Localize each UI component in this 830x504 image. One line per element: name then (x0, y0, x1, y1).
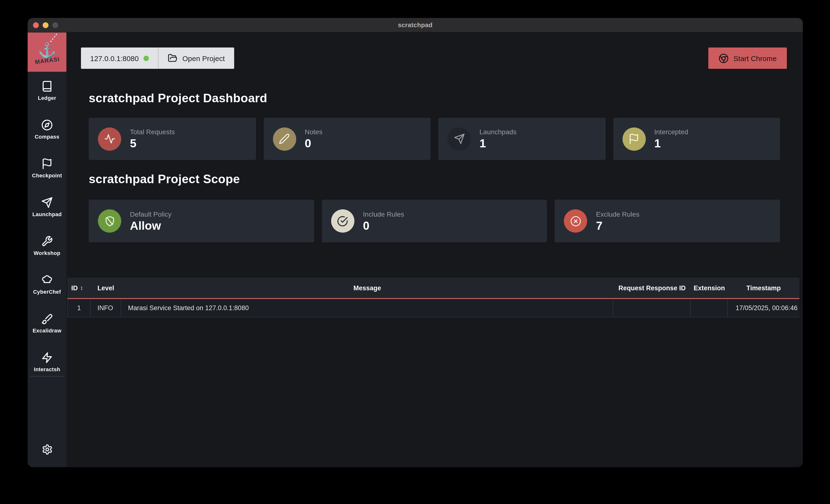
scope-label: Include Rules (363, 210, 404, 218)
stat-value: 5 (130, 137, 175, 150)
column-header-label: Message (353, 284, 381, 292)
stat-label: Notes (305, 128, 322, 136)
gear-icon (41, 444, 53, 455)
sidebar-item-label: Workshop (34, 250, 60, 256)
scope-icon-circle (98, 209, 121, 233)
sidebar-item-label: Interactsh (34, 366, 60, 372)
stat-value: 1 (479, 137, 517, 150)
flag-icon (628, 133, 639, 144)
paintbrush-icon (41, 313, 53, 325)
start-chrome-button[interactable]: Start Chrome (708, 47, 787, 69)
scope-value: 0 (363, 219, 404, 232)
chrome-icon (719, 53, 729, 63)
stat-value: 1 (654, 137, 688, 150)
shield-off-icon (104, 215, 115, 227)
sidebar-item-label: Excalidraw (33, 328, 62, 333)
cell-id: 1 (67, 299, 91, 317)
sidebar: ⚓ MARASI Ledger Compass (28, 32, 66, 467)
sidebar-item-excalidraw[interactable]: Excalidraw (28, 313, 66, 352)
app-window: scratchpad ⚓ MARASI Ledger (28, 18, 803, 467)
zoom-button (52, 22, 58, 28)
column-header-message[interactable]: Message (121, 278, 613, 298)
main-content: 127.0.0.1:8080 Open Project (66, 32, 803, 467)
check-circle-icon (337, 215, 348, 227)
log-table-header: ID ↕ Level Message Request Response ID (67, 278, 799, 299)
stat-icon-circle (447, 127, 471, 150)
scope-card-default-policy: Default Policy Allow (89, 200, 314, 242)
log-table: ID ↕ Level Message Request Response ID (67, 278, 799, 317)
sidebar-item-checkpoint[interactable]: Checkpoint (28, 158, 66, 197)
scope-value: 7 (596, 219, 639, 232)
sidebar-item-cyberchef[interactable]: CyberChef (28, 274, 66, 313)
log-table-row[interactable]: 1 INFO Marasi Service Started on 127.0.0… (67, 299, 799, 317)
column-header-label: Extension (694, 284, 725, 292)
x-circle-icon (570, 215, 581, 227)
stat-card-launchpads: Launchpads 1 (438, 118, 605, 160)
proxy-status-dot (143, 56, 149, 61)
cell-extension (691, 299, 728, 317)
send-icon (41, 197, 53, 208)
stat-card-notes: Notes 0 (263, 118, 430, 160)
open-project-label: Open Project (182, 54, 225, 62)
column-header-label: Level (97, 284, 114, 292)
sidebar-item-label: Compass (35, 134, 59, 140)
settings-button[interactable] (28, 444, 66, 455)
sidebar-item-ledger[interactable]: Ledger (28, 80, 66, 119)
column-header-label: Request Response ID (618, 284, 686, 292)
sidebar-item-workshop[interactable]: Workshop (28, 236, 66, 274)
dashboard-cards: Total Requests 5 Notes 0 (89, 118, 780, 160)
sidebar-divider (30, 376, 64, 376)
scope-label: Default Policy (130, 210, 171, 218)
scope-card-exclude-rules: Exclude Rules 7 (555, 200, 780, 242)
scope-value: Allow (130, 219, 171, 232)
screen: scratchpad ⚓ MARASI Ledger (0, 0, 830, 504)
cell-level: INFO (91, 299, 121, 317)
cell-timestamp: 17/05/2025, 00:06:46 (728, 299, 799, 317)
stat-value: 0 (305, 137, 322, 150)
flag-icon (41, 158, 53, 170)
open-project-button[interactable]: Open Project (159, 47, 234, 69)
sidebar-item-label: Ledger (38, 95, 56, 101)
zap-icon (41, 352, 53, 364)
proxy-address[interactable]: 127.0.0.1:8080 (81, 47, 158, 69)
sidebar-item-interactsh[interactable]: Interactsh (28, 352, 66, 391)
stat-icon-circle (98, 127, 121, 150)
minimize-button[interactable] (43, 22, 49, 28)
sort-icon: ↕ (80, 284, 83, 291)
sidebar-item-label: Launchpad (32, 211, 62, 217)
sidebar-item-label: Checkpoint (32, 172, 62, 178)
column-header-label: Timestamp (746, 284, 781, 292)
close-button[interactable] (33, 22, 39, 28)
stat-label: Intercepted (654, 128, 688, 136)
sidebar-item-compass[interactable]: Compass (28, 119, 66, 158)
stat-icon-circle (622, 127, 645, 150)
column-header-id[interactable]: ID ↕ (67, 278, 91, 298)
anchor-chain-icon (46, 33, 59, 44)
wrench-icon (41, 236, 53, 247)
traffic-lights (33, 18, 58, 32)
compass-icon (41, 119, 53, 131)
toolbar: 127.0.0.1:8080 Open Project (81, 47, 787, 69)
sidebar-item-label: CyberChef (33, 289, 61, 295)
sidebar-item-launchpad[interactable]: Launchpad (28, 197, 66, 236)
scope-title: scratchpad Project Scope (89, 172, 780, 186)
sidebar-nav: Ledger Compass Checkpoint (28, 72, 66, 391)
column-header-label: ID (71, 284, 78, 292)
send-icon (453, 133, 465, 144)
scope-label: Exclude Rules (596, 210, 639, 218)
stat-label: Launchpads (479, 128, 517, 136)
column-header-timestamp[interactable]: Timestamp (728, 278, 799, 298)
stat-card-intercepted: Intercepted 1 (613, 118, 780, 160)
scope-cards: Default Policy Allow Include Rules 0 (89, 200, 780, 242)
chef-hat-icon (41, 274, 53, 286)
column-header-request-response-id[interactable]: Request Response ID (613, 278, 691, 298)
column-header-extension[interactable]: Extension (691, 278, 728, 298)
column-header-level[interactable]: Level (91, 278, 121, 298)
scope-icon-circle (331, 209, 354, 233)
activity-icon (104, 133, 115, 144)
stat-label: Total Requests (130, 128, 175, 136)
start-chrome-label: Start Chrome (734, 54, 777, 62)
scope-icon-circle (564, 209, 587, 233)
scope-card-include-rules: Include Rules 0 (322, 200, 547, 242)
proxy-address-control: 127.0.0.1:8080 Open Project (81, 47, 234, 69)
